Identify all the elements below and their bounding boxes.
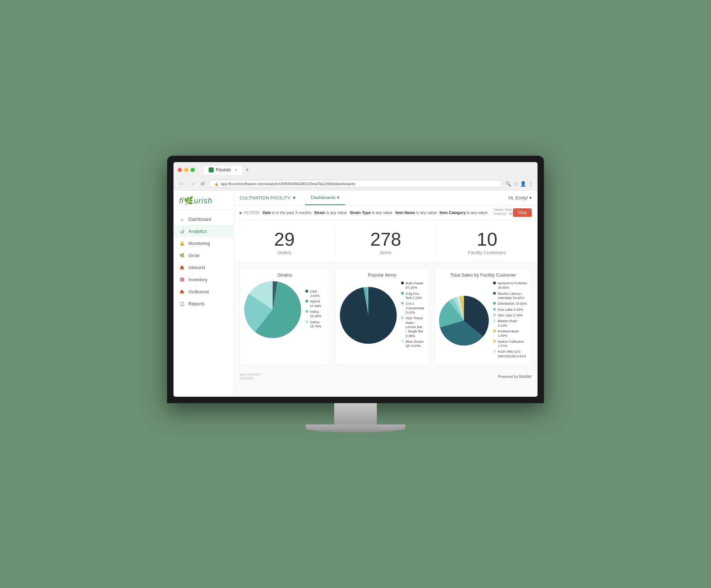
strains-pie-container <box>244 281 301 338</box>
bluedream-label: Blue Dream QF 0.03% <box>406 340 424 348</box>
minimize-button[interactable] <box>184 168 188 172</box>
sidebar-item-label-reports: Reports <box>188 301 205 306</box>
filters-text: FILTERS <box>244 210 260 215</box>
monitor-screen: Flourish ✕ + ← → ↺ 🔒 app.flourishsoftwar… <box>167 156 544 403</box>
tab-nav-dashboards[interactable]: Dashboards ▾ <box>305 191 345 205</box>
search-icon[interactable]: 🔍 <box>505 181 511 187</box>
sidebar-item-analytics[interactable]: 📊 Analytics <box>173 225 234 237</box>
beaverbuds-label: Beaver Buds 2.13% <box>498 319 527 328</box>
address-bar: ← → ↺ 🔒 app.flourishsoftware.com/analyti… <box>173 177 538 190</box>
gear-icon[interactable]: ⚙ <box>528 208 532 213</box>
user-greeting[interactable]: Hi, Emily! ▾ <box>509 195 532 201</box>
indica-dot <box>305 310 308 313</box>
chart-facility-sales-title: Total Sales by Facility Customer <box>439 272 527 278</box>
preroll-dot <box>401 292 404 295</box>
hybrid-dot <box>305 300 308 303</box>
filters-label: ▶ FILTERS <box>240 210 260 215</box>
legend-item: Distribution 18.82% <box>493 301 527 306</box>
powered-by-brand: looker <box>519 374 532 379</box>
tz-label[interactable]: Viewer Time Zone ▾ <box>493 208 523 212</box>
sidebar-item-inbound[interactable]: 📥 Inbound <box>173 261 234 273</box>
back-button[interactable]: ← <box>178 180 186 188</box>
concentrate-dot <box>401 302 404 305</box>
filters-arrow-icon: ▶ <box>240 210 242 215</box>
logo-text: fl🌿urish <box>179 196 228 205</box>
haze-dot <box>401 316 404 319</box>
inventory-icon: 🎯 <box>179 277 185 282</box>
sidebar-item-reports[interactable]: 📋 Reports <box>173 298 234 310</box>
facility-pie <box>439 296 489 346</box>
tz-value: America - New York <box>493 212 523 215</box>
legend-item: MANUFACTURING 35.85% <box>493 281 527 290</box>
logo-leaf-icon: 🌿 <box>184 196 194 205</box>
new-tab-button[interactable]: + <box>243 165 252 175</box>
refresh-button[interactable]: ↺ <box>199 180 206 188</box>
filters-area: ▶ FILTERS Date is in the past 3 months S… <box>234 205 538 220</box>
metric-customers: 10 Facility Customers <box>437 227 538 258</box>
portland-dot <box>493 330 496 332</box>
popular-pie <box>340 287 397 344</box>
close-button[interactable] <box>178 168 182 172</box>
footer-timestamp: 06:57 PM PST 12/2/2019 <box>240 373 261 380</box>
traffic-lights <box>178 168 195 172</box>
legend-item: Star Labs 2.29% <box>493 313 527 317</box>
portland-label: Portland Budz 1.60% <box>498 329 527 338</box>
sidebar-item-label-monitoring: Monitoring <box>188 241 210 246</box>
strains-legend: CBD 2.63% Hybrid 57.89% In <box>305 289 325 330</box>
metrics-row: 29 Orders 278 Items 10 Facility Customer… <box>234 220 538 262</box>
tab-bar: Flourish ✕ + <box>203 165 252 175</box>
harbor-label: Harbor Collective 1.07% <box>498 340 527 348</box>
legend-item: Portland Budz 1.60% <box>493 329 527 338</box>
facility-selector[interactable]: CULTIVATION FACILITY ▼ <box>240 195 296 201</box>
bulk-label: Bulk Flower 97.25% <box>406 281 424 290</box>
main-content: CULTIVATION FACILITY ▼ Dashboards ▾ Hi, … <box>234 191 538 397</box>
legend-item: Indica 23.68% <box>305 310 325 319</box>
legend-item: 0.5g Pre-Roll 2.23% <box>401 292 424 300</box>
url-bar[interactable]: 🔒 app.flourishsoftware.com/analytics/58b… <box>209 180 502 188</box>
browser-actions: 🔍 ☆ 👤 ⋮ <box>505 181 533 187</box>
topbar: CULTIVATION FACILITY ▼ Dashboards ▾ Hi, … <box>234 191 538 205</box>
screen-inner: Flourish ✕ + ← → ↺ 🔒 app.flourishsoftwar… <box>173 162 538 397</box>
sidebar-item-monitoring[interactable]: 🔔 Monitoring <box>173 237 234 249</box>
tab-close-icon[interactable]: ✕ <box>235 168 237 172</box>
chart-strains-content: CBD 2.63% Hybrid 57.89% In <box>244 281 325 338</box>
maximize-button[interactable] <box>191 168 195 172</box>
legend-item: 2 to 1 Concentrate 0.42% <box>401 301 424 315</box>
footer-time: 06:57 PM PST <box>240 373 261 376</box>
sidebar-item-dashboard[interactable]: ⌂ Dashboard <box>173 213 234 225</box>
metric-items: 278 Items <box>335 227 437 258</box>
legend-item: Beaver Buds 2.13% <box>493 319 527 328</box>
sidebar-item-inventory[interactable]: 🎯 Inventory <box>173 273 234 285</box>
legend-item: Kush Alley (LIC 636126236) 0.01% <box>493 349 527 358</box>
dashboard-footer: 06:57 PM PST 12/2/2019 Powered by looker <box>234 370 538 383</box>
analytics-icon: 📊 <box>179 228 185 234</box>
sidebar-item-label-outbound: Outbound <box>188 289 209 294</box>
electric-dot <box>493 292 496 295</box>
metric-items-number: 278 <box>338 230 433 248</box>
filter-item-name: Item Name is any value <box>395 210 437 215</box>
monitor-stand-neck <box>334 403 377 424</box>
beaverbuds-dot <box>493 319 496 322</box>
mfg-dot <box>493 282 496 284</box>
chart-strains: Strains CBD 2.63% <box>240 268 330 364</box>
menu-icon[interactable]: ⋮ <box>528 181 533 187</box>
tab-title: Flourish <box>216 167 231 172</box>
browser-tab[interactable]: Flourish ✕ <box>203 165 243 175</box>
forward-button[interactable]: → <box>188 180 196 188</box>
legend-item: CBD 2.63% <box>305 289 325 298</box>
popular-pie-container <box>340 287 397 344</box>
metric-orders-number: 29 <box>237 230 332 248</box>
tab-nav-arrow-icon: ▾ <box>337 195 340 200</box>
sidebar-item-label-dashboard: Dashboard <box>188 217 211 222</box>
sidebar-item-label-inventory: Inventory <box>188 277 207 282</box>
sidebar-item-grow[interactable]: 🌿 Grow <box>173 249 234 261</box>
distribution-dot <box>493 302 496 305</box>
starlabs-dot <box>493 314 496 316</box>
sidebar-item-outbound[interactable]: 📤 Outbound <box>173 285 234 298</box>
star-icon[interactable]: ☆ <box>513 181 518 187</box>
chart-popular-items-title: Popular Items <box>340 272 424 278</box>
chart-popular-items: Popular Items Bulk Flower 97.25% <box>335 268 429 364</box>
sidebar-nav: ⌂ Dashboard 📊 Analytics 🔔 Monitoring <box>173 210 234 312</box>
profile-icon[interactable]: 👤 <box>520 181 526 187</box>
grow-icon: 🌿 <box>179 252 185 258</box>
